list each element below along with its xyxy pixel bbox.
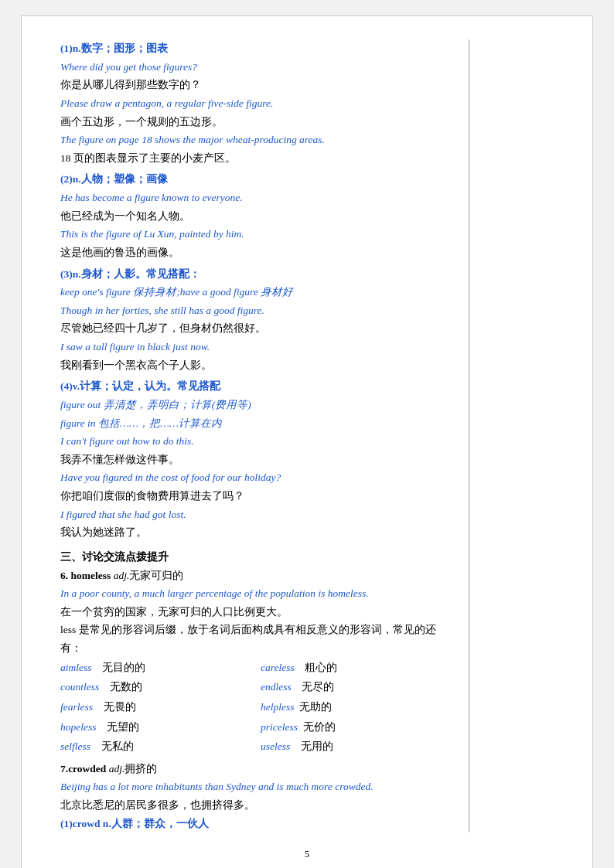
heading-6-text: 6. homeless xyxy=(60,570,114,581)
heading-1crowd: (1)crowd n.人群；群众，一伙人 xyxy=(60,815,453,833)
phrase-1: keep one's figure 保持身材;have a good figur… xyxy=(60,283,453,301)
word-useless: useless xyxy=(261,740,290,752)
cn-6-text: 尽管她已经四十几岁了，但身材仍然很好。 xyxy=(60,322,266,334)
heading-7: 7.crowded adj.拥挤的 xyxy=(60,760,453,778)
cn-3: 18 页的图表显示了主要的小麦产区。 xyxy=(60,149,453,168)
right-column xyxy=(469,39,554,832)
heading-1n: (1)n.数字；图形；图表 xyxy=(60,39,453,58)
meaning-careless: 粗心的 xyxy=(305,662,337,673)
content: (1)n.数字；图形；图表 Where did you get those fi… xyxy=(60,39,453,832)
en-1-text: Where did you get those figures? xyxy=(60,61,197,73)
heading-2n: (2)n.人物；塑像；画像 xyxy=(60,170,453,189)
cn-7: 我刚看到一个黑衣高个子人影。 xyxy=(60,356,453,375)
en-7-text: I saw a tall figure in black just now. xyxy=(60,341,210,352)
en-5-text: This is the figure of Lu Xun, painted by… xyxy=(60,228,244,240)
word-hopeless: hopeless xyxy=(60,721,97,733)
page-number: 5 xyxy=(60,848,554,860)
grid-cell-1: aimless 无目的的 xyxy=(60,658,253,678)
phrase-1-text: keep one's figure 保持身材;have a good figur… xyxy=(60,286,293,298)
heading-2n-text: (2)n.人物；塑像；画像 xyxy=(60,173,168,185)
section-discuss-heading: 三、讨论交流点拨提升 xyxy=(60,548,453,567)
cn-4: 他已经成为一个知名人物。 xyxy=(60,207,453,226)
heading-4v: (4)v.计算；认定，认为。常见搭配 xyxy=(60,377,453,396)
heading-7-text: 7.crowded xyxy=(60,763,109,774)
grid-cell-5: fearless 无畏的 xyxy=(60,697,253,717)
cn-3-text: 18 页的图表显示了主要的小麦产区。 xyxy=(60,152,236,164)
heading-6-adj: adj. xyxy=(114,570,130,581)
phrase-2: figure out 弄清楚，弄明白；计算(费用等) xyxy=(60,396,453,414)
en-5: This is the figure of Lu Xun, painted by… xyxy=(60,225,453,243)
heading-6-cn: 无家可归的 xyxy=(129,570,183,581)
word-fearless: fearless xyxy=(60,701,93,713)
meaning-useless: 无用的 xyxy=(301,740,333,752)
word-aimless: aimless xyxy=(60,662,92,673)
en-4-text: He has become a figure known to everyone… xyxy=(60,192,243,203)
cn-9: 你把咱们度假的食物费用算进去了吗？ xyxy=(60,487,453,505)
cn-11: 在一个贫穷的国家，无家可归的人口比例更大。 xyxy=(60,603,453,621)
word-endless: endless xyxy=(261,681,292,693)
section-discuss-text: 三、讨论交流点拨提升 xyxy=(60,551,169,563)
heading-7-adj: adj. xyxy=(109,763,125,774)
word-countless: countless xyxy=(60,681,99,693)
meaning-helpless: 无助的 xyxy=(299,701,332,713)
cn-5: 这是他画的鲁迅的画像。 xyxy=(60,243,453,262)
main-area: (1)n.数字；图形；图表 Where did you get those fi… xyxy=(60,39,554,832)
word-selfless: selfless xyxy=(60,740,90,752)
en-12: Beijing has a lot more inhabitants than … xyxy=(60,778,453,796)
en-1: Where did you get those figures? xyxy=(60,58,453,77)
grid-cell-4: endless 无尽的 xyxy=(261,677,453,697)
phrase-3: figure in 包括……，把……计算在内 xyxy=(60,414,453,433)
meaning-priceless: 无价的 xyxy=(303,721,336,733)
en-6: Though in her forties, she still has a g… xyxy=(60,301,453,320)
cn-8-text: 我弄不懂怎样做这件事。 xyxy=(60,454,179,465)
phrase-3-text: figure in 包括……，把……计算在内 xyxy=(60,417,222,429)
less-grid: aimless 无目的的 careless 粗心的 countless 无数的 … xyxy=(60,658,453,757)
note-less: less 是常见的形容词后缀，放于名词后面构成具有相反意义的形容词，常见的还有： xyxy=(60,621,453,657)
word-helpless: helpless xyxy=(261,701,295,713)
grid-cell-3: countless 无数的 xyxy=(60,677,253,697)
heading-7-cn: 拥挤的 xyxy=(125,763,157,774)
en-8: I can't figure out how to do this. xyxy=(60,432,453,451)
en-7: I saw a tall figure in black just now. xyxy=(60,338,453,356)
en-2-text: Please draw a pentagon, a regular five-s… xyxy=(60,97,273,109)
cn-1-text: 你是从哪儿得到那些数字的？ xyxy=(60,79,201,90)
grid-cell-2: careless 粗心的 xyxy=(261,658,453,678)
en-3: The figure on page 18 shows the major wh… xyxy=(60,131,453,149)
en-2: Please draw a pentagon, a regular five-s… xyxy=(60,94,453,113)
cn-12: 北京比悉尼的居民多很多，也拥挤得多。 xyxy=(60,796,453,815)
en-11-text: In a poor county, a much larger percenta… xyxy=(60,587,369,599)
cn-1: 你是从哪儿得到那些数字的？ xyxy=(60,76,453,94)
cn-8: 我弄不懂怎样做这件事。 xyxy=(60,451,453,469)
en-8-text: I can't figure out how to do this. xyxy=(60,435,194,447)
cn-12-text: 北京比悉尼的居民多很多，也拥挤得多。 xyxy=(60,799,255,811)
cn-2: 画个五边形，一个规则的五边形。 xyxy=(60,113,453,131)
heading-6: 6. homeless adj.无家可归的 xyxy=(60,567,453,585)
page-number-text: 5 xyxy=(305,848,310,859)
cn-7-text: 我刚看到一个黑衣高个子人影。 xyxy=(60,359,212,371)
grid-cell-7: hopeless 无望的 xyxy=(60,717,253,737)
grid-cell-6: helpless 无助的 xyxy=(261,697,453,717)
grid-cell-9: selfless 无私的 xyxy=(60,737,253,757)
page: (1)n.数字；图形；图表 Where did you get those fi… xyxy=(21,15,593,868)
cn-5-text: 这是他画的鲁迅的画像。 xyxy=(60,247,179,258)
heading-1n-text: (1)n.数字；图形；图表 xyxy=(60,43,168,54)
meaning-hopeless: 无望的 xyxy=(107,721,139,733)
note-less-text: less 是常见的形容词后缀，放于名词后面构成具有相反意义的形容词，常见的还有： xyxy=(60,624,436,654)
cn-10: 我认为她迷路了。 xyxy=(60,523,453,542)
phrase-2-text: figure out 弄清楚，弄明白；计算(费用等) xyxy=(60,399,251,410)
cn-9-text: 你把咱们度假的食物费用算进去了吗？ xyxy=(60,490,244,502)
word-careless: careless xyxy=(261,662,295,673)
heading-1crowd-text: (1)crowd n.人群；群众，一伙人 xyxy=(60,818,209,829)
meaning-fearless: 无畏的 xyxy=(104,701,136,713)
heading-3n-text: (3)n.身材；人影。常见搭配： xyxy=(60,268,200,280)
en-12-text: Beijing has a lot more inhabitants than … xyxy=(60,781,374,792)
meaning-countless: 无数的 xyxy=(110,681,142,693)
cn-11-text: 在一个贫穷的国家，无家可归的人口比例更大。 xyxy=(60,606,288,618)
cn-6: 尽管她已经四十几岁了，但身材仍然很好。 xyxy=(60,319,453,338)
en-3-text: The figure on page 18 shows the major wh… xyxy=(60,134,325,145)
heading-3n: (3)n.身材；人影。常见搭配： xyxy=(60,265,453,284)
meaning-endless: 无尽的 xyxy=(302,681,334,693)
cn-2-text: 画个五边形，一个规则的五边形。 xyxy=(60,116,223,128)
grid-cell-10: useless 无用的 xyxy=(261,737,453,757)
word-priceless: priceless xyxy=(261,721,298,733)
